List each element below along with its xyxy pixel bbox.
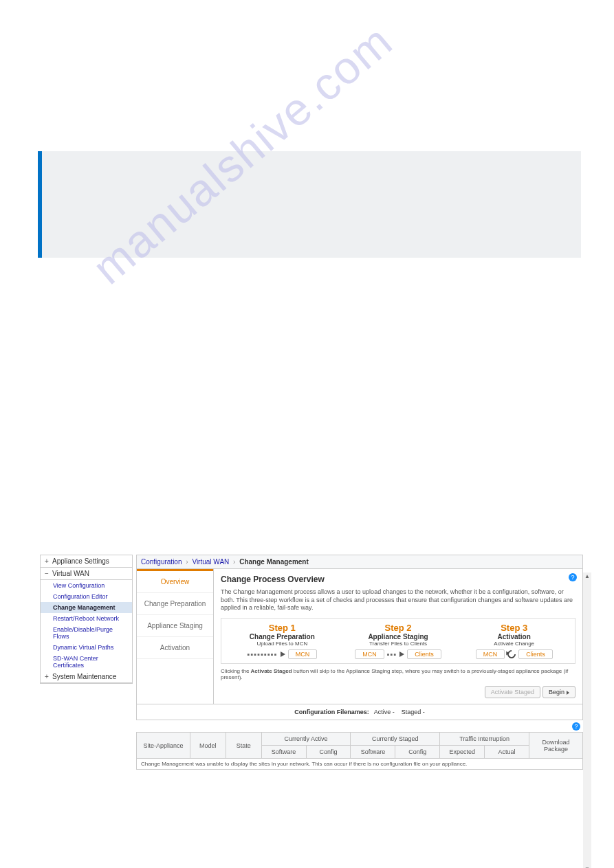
sidebar-item-configuration-editor[interactable]: Configuration Editor	[41, 591, 132, 602]
th-config[interactable]: Config	[395, 746, 440, 759]
scroll-down-icon[interactable]: ▼	[584, 865, 591, 868]
th-site-appliance[interactable]: Site-Appliance	[137, 733, 190, 759]
workflow-step-3: Step 3 Activation Activate Change MCN Cl…	[456, 623, 572, 659]
plus-icon: +	[44, 557, 50, 565]
refresh-icon	[506, 649, 518, 660]
header-banner	[38, 151, 581, 258]
arrow-right-icon	[281, 652, 285, 657]
sidebar-link[interactable]: Dynamic Virtual Paths	[53, 644, 113, 651]
th-currently-staged: Currently Staged	[351, 733, 440, 746]
th-software[interactable]: Software	[351, 746, 395, 759]
tab-appliance-staging[interactable]: Appliance Staging	[137, 615, 213, 637]
chevron-right-icon: ›	[233, 558, 235, 566]
chevron-right-icon: ›	[186, 558, 188, 566]
sidebar-item-restart-reboot[interactable]: Restart/Reboot Network	[41, 613, 132, 624]
sidebar-section-label: System Maintenance	[52, 673, 116, 680]
sidebar-section-appliance-settings[interactable]: + Appliance Settings	[41, 555, 132, 568]
sidebar-link[interactable]: SD-WAN Center Certificates	[53, 655, 98, 669]
scrollbar[interactable]: ▲ ▼	[583, 572, 591, 868]
th-state[interactable]: State	[226, 733, 261, 759]
sidebar-item-dynamic-virtual-paths[interactable]: Dynamic Virtual Paths	[41, 642, 132, 653]
th-currently-active: Currently Active	[261, 733, 351, 746]
dots-icon: ▪▪▪▪▪▪▪▪▪	[248, 650, 278, 658]
sidebar-section-label: Appliance Settings	[52, 557, 109, 565]
sidebar-section-virtual-wan[interactable]: − Virtual WAN	[41, 568, 132, 580]
step-desc: Upload Files to MCN	[224, 641, 340, 647]
panel-title: Change Process Overview	[221, 575, 575, 584]
sidebar-item-view-configuration[interactable]: View Configuration	[41, 580, 132, 591]
workflow-step-1: Step 1 Change Preparation Upload Files t…	[224, 623, 340, 659]
tab-activation[interactable]: Activation	[137, 637, 213, 659]
breadcrumb: Configuration › Virtual WAN › Change Man…	[136, 555, 583, 569]
panel-description: The Change Management process allows a u…	[221, 588, 575, 612]
sidebar-link[interactable]: View Configuration	[53, 582, 105, 589]
sidebar-section-label: Virtual WAN	[52, 570, 89, 577]
mcn-chip: MCN	[288, 649, 318, 659]
th-download-package[interactable]: Download Package	[529, 733, 583, 759]
help-icon[interactable]: ?	[569, 573, 577, 581]
sites-table: Site-Appliance Model State Currently Act…	[136, 732, 583, 759]
th-config[interactable]: Config	[306, 746, 351, 759]
plus-icon: +	[44, 673, 50, 680]
config-filenames-label: Configuration Filenames:	[294, 709, 369, 715]
sidebar-submenu: View Configuration Configuration Editor …	[41, 580, 132, 671]
breadcrumb-current: Change Management	[239, 558, 309, 566]
arrow-right-icon	[567, 691, 569, 695]
step-number: Step 2	[340, 623, 457, 633]
step-number: Step 1	[224, 623, 340, 633]
th-traffic-interruption: Traffic Interruption	[440, 733, 529, 746]
step-name: Activation	[456, 633, 572, 641]
mcn-chip: MCN	[476, 649, 505, 659]
config-filenames: Configuration Filenames: Active - Staged…	[136, 704, 583, 720]
breadcrumb-link[interactable]: Configuration	[141, 558, 182, 566]
mcn-chip: MCN	[355, 649, 384, 659]
th-actual[interactable]: Actual	[485, 746, 529, 759]
scroll-up-icon[interactable]: ▲	[584, 572, 591, 580]
th-expected[interactable]: Expected	[440, 746, 485, 759]
workflow-diagram: Step 1 Change Preparation Upload Files t…	[221, 618, 575, 664]
activate-staged-button[interactable]: Activate Staged	[485, 686, 540, 698]
sidebar-section-system-maintenance[interactable]: + System Maintenance	[41, 671, 132, 683]
sidebar-item-enable-disable-purge[interactable]: Enable/Disable/Purge Flows	[41, 624, 132, 642]
tab-overview[interactable]: Overview	[137, 569, 213, 593]
step-desc: Activate Change	[456, 641, 572, 647]
dots-icon: ▪▪▪	[387, 650, 397, 658]
sidebar-link[interactable]: Enable/Disable/Purge Flows	[53, 626, 113, 640]
sidebar-link[interactable]: Configuration Editor	[53, 593, 108, 600]
step-number: Step 3	[456, 623, 572, 633]
sidebar-item-change-management[interactable]: Change Management	[41, 602, 132, 613]
step-name: Appliance Staging	[340, 633, 457, 641]
arrow-right-icon	[399, 652, 404, 657]
activate-note: Clicking the Activate Staged button will…	[221, 668, 575, 680]
clients-chip: Clients	[518, 649, 553, 659]
sidebar-item-sdwan-center-certificates[interactable]: SD-WAN Center Certificates	[41, 653, 132, 671]
step-tabs: Overview Change Preparation Appliance St…	[137, 569, 214, 704]
sidebar: + Appliance Settings − Virtual WAN View …	[40, 555, 133, 684]
main-panel: Overview Change Preparation Appliance St…	[136, 569, 583, 704]
sidebar-link[interactable]: Restart/Reboot Network	[53, 615, 119, 622]
overview-panel: ? Change Process Overview The Change Man…	[214, 569, 582, 704]
workflow-step-2: Step 2 Appliance Staging Transfer Files …	[340, 623, 457, 659]
active-filename: Active -	[374, 709, 395, 715]
step-desc: Transfer Files to Clients	[340, 641, 457, 647]
minus-icon: −	[44, 570, 50, 577]
clients-chip: Clients	[407, 649, 441, 659]
begin-button[interactable]: Begin	[542, 686, 575, 698]
th-software[interactable]: Software	[261, 746, 306, 759]
tab-change-preparation[interactable]: Change Preparation	[137, 593, 213, 615]
help-icon[interactable]: ?	[572, 722, 580, 731]
th-model[interactable]: Model	[190, 733, 226, 759]
table-empty-message: Change Management was unable to display …	[136, 759, 583, 770]
breadcrumb-link[interactable]: Virtual WAN	[192, 558, 229, 566]
content-area: Configuration › Virtual WAN › Change Man…	[136, 555, 583, 770]
staged-filename: Staged -	[402, 709, 425, 715]
step-name: Change Preparation	[224, 633, 340, 641]
